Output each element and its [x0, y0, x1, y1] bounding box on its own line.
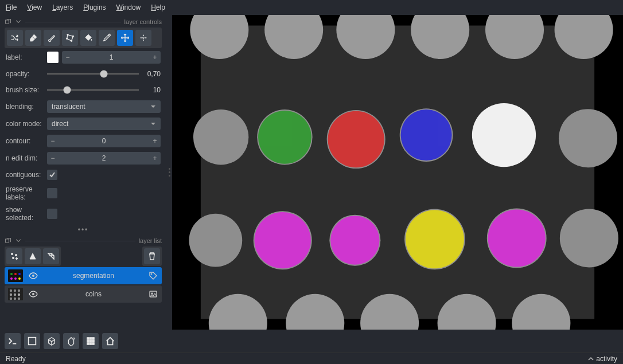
status-text: Ready: [6, 355, 26, 363]
contiguous-checkbox[interactable]: [47, 170, 57, 180]
popout-icon[interactable]: [5, 237, 11, 244]
label-label: label:: [6, 53, 44, 61]
menu-file[interactable]: File: [6, 2, 17, 13]
svg-point-63: [488, 209, 546, 267]
svg-point-61: [330, 216, 379, 265]
layer-thumbnail: [8, 269, 23, 282]
ndisplay-3d-button[interactable]: [44, 333, 60, 349]
brush-size-slider[interactable]: [47, 84, 139, 96]
blending-select[interactable]: translucent: [47, 100, 161, 113]
delete-layer-button[interactable]: [144, 248, 160, 264]
contour-spinbox[interactable]: − 0 +: [47, 135, 161, 147]
sidebar-resize-handle[interactable]: [166, 15, 172, 330]
contour-label: contour:: [6, 137, 44, 145]
menu-help[interactable]: Help: [151, 2, 165, 13]
svg-point-17: [32, 275, 34, 277]
n-edit-dim-decrement[interactable]: −: [47, 154, 59, 162]
svg-point-11: [10, 273, 13, 275]
n-edit-dim-spinbox[interactable]: − 2 +: [47, 152, 161, 165]
svg-point-20: [10, 289, 12, 292]
color-mode-select[interactable]: direct: [47, 118, 161, 130]
shuffle-colors-button[interactable]: [7, 30, 23, 46]
color-picker-button[interactable]: [99, 30, 115, 46]
label-spinbox[interactable]: − 1 +: [62, 51, 161, 64]
svg-point-8: [16, 258, 18, 260]
svg-point-18: [151, 273, 152, 275]
ndisplay-2d-button[interactable]: [24, 333, 40, 349]
menu-view[interactable]: View: [27, 2, 42, 13]
svg-point-0: [67, 34, 69, 36]
svg-point-62: [406, 210, 464, 268]
svg-point-26: [10, 298, 12, 300]
opacity-label: opacity:: [6, 70, 44, 78]
labels-tool-row: [5, 28, 162, 48]
grid-button[interactable]: [83, 333, 99, 349]
layer-visibility-toggle[interactable]: [28, 289, 39, 299]
fill-button[interactable]: [80, 30, 96, 46]
svg-point-51: [560, 209, 618, 267]
new-shapes-layer-button[interactable]: [25, 248, 41, 264]
chevron-down-icon[interactable]: [15, 18, 22, 25]
opacity-slider[interactable]: [47, 68, 139, 80]
svg-point-29: [32, 293, 34, 295]
svg-point-13: [18, 273, 21, 275]
layer-list-header: layer list: [5, 237, 162, 244]
new-labels-layer-button[interactable]: [43, 248, 59, 264]
menu-plugins[interactable]: Plugins: [83, 2, 106, 13]
svg-point-27: [14, 298, 16, 300]
check-icon: [49, 171, 56, 178]
roll-dims-button[interactable]: [63, 333, 79, 349]
preserve-labels-checkbox[interactable]: [47, 188, 57, 198]
layer-controls-title: layer controls: [124, 18, 162, 25]
console-button[interactable]: [5, 333, 21, 349]
opacity-value: 0,70: [142, 70, 161, 78]
n-edit-dim-value: 2: [59, 154, 149, 162]
canvas-viewer[interactable]: [172, 15, 623, 330]
paint-button[interactable]: [44, 30, 60, 46]
home-button[interactable]: [102, 333, 118, 349]
label-decrement[interactable]: −: [62, 53, 73, 61]
n-edit-dim-label: n edit dim:: [6, 154, 44, 162]
polygon-button[interactable]: [62, 30, 78, 46]
activity-label: activity: [596, 355, 617, 363]
svg-point-4: [143, 37, 145, 39]
n-edit-dim-increment[interactable]: +: [149, 154, 161, 162]
blending-label: blending:: [6, 103, 44, 111]
layer-thumbnail: [8, 288, 23, 300]
svg-rect-67: [89, 338, 92, 340]
erase-button[interactable]: [25, 30, 41, 46]
activity-toggle[interactable]: activity: [588, 355, 617, 363]
layer-type-icon: [148, 271, 158, 280]
svg-rect-70: [89, 340, 92, 342]
layer-visibility-toggle[interactable]: [28, 271, 39, 280]
svg-rect-33: [201, 26, 594, 319]
menu-layers[interactable]: Layers: [52, 2, 73, 13]
menu-window[interactable]: Window: [116, 2, 141, 13]
show-selected-checkbox[interactable]: [47, 209, 57, 219]
svg-rect-71: [92, 340, 95, 342]
pan-zoom-button[interactable]: [117, 30, 133, 46]
layer-type-icon: [148, 289, 158, 299]
panel-resize-handle[interactable]: •••: [5, 226, 162, 234]
svg-rect-72: [87, 343, 89, 345]
chevron-down-icon[interactable]: [15, 237, 22, 244]
svg-point-59: [401, 109, 452, 161]
svg-point-12: [14, 273, 17, 275]
svg-point-31: [151, 293, 153, 294]
transform-button[interactable]: [135, 30, 151, 46]
viewer-button-bar: [0, 330, 623, 353]
new-points-layer-button[interactable]: [6, 248, 22, 264]
layer-item-segmentation[interactable]: segmentation: [5, 267, 162, 284]
svg-point-15: [14, 277, 17, 280]
svg-rect-74: [92, 343, 95, 345]
svg-point-9: [49, 255, 50, 256]
label-color-swatch[interactable]: [47, 52, 59, 63]
svg-point-22: [18, 289, 20, 292]
popout-icon[interactable]: [5, 18, 11, 25]
layer-item-coins[interactable]: coins: [5, 285, 162, 303]
svg-point-24: [14, 293, 16, 296]
contour-decrement[interactable]: −: [47, 137, 59, 145]
contour-increment[interactable]: +: [149, 137, 161, 145]
label-increment[interactable]: +: [149, 53, 161, 61]
menu-bar: File View Layers Plugins Window Help: [0, 0, 623, 15]
